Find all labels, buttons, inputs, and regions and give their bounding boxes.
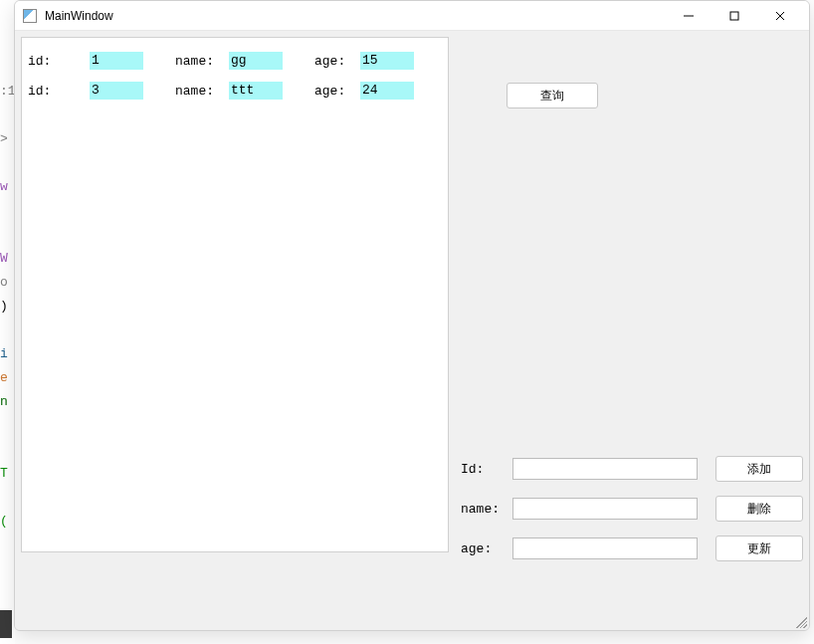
name-col-label: name: bbox=[175, 84, 229, 99]
gutter-line bbox=[0, 486, 15, 510]
gutter-line: ( bbox=[0, 510, 15, 534]
record-list-inner: id:1name:ggage:15id:3name:tttage:24 bbox=[22, 38, 449, 106]
gutter-line: W bbox=[0, 247, 15, 271]
maximize-icon bbox=[729, 11, 739, 21]
main-window: MainWindow id:1name:ggage:15id:3name:ttt… bbox=[14, 0, 810, 631]
gutter-line: w bbox=[0, 175, 15, 199]
record-row[interactable]: id:1name:ggage:15 bbox=[22, 46, 449, 76]
gutter-line bbox=[0, 438, 15, 462]
gutter-line: > bbox=[0, 127, 15, 151]
gutter-line: n bbox=[0, 390, 15, 414]
name-input[interactable] bbox=[512, 498, 698, 520]
id-label: Id: bbox=[461, 462, 512, 477]
app-icon bbox=[23, 9, 37, 23]
form-row-name: name: 删除 bbox=[461, 489, 807, 529]
update-button[interactable]: 更新 bbox=[715, 536, 803, 561]
age-label: age: bbox=[461, 541, 512, 556]
add-button[interactable]: 添加 bbox=[715, 456, 803, 482]
svg-rect-1 bbox=[730, 12, 738, 20]
minimize-icon bbox=[684, 11, 694, 21]
id-col-label: id: bbox=[28, 54, 90, 69]
close-button[interactable] bbox=[757, 1, 803, 31]
gutter-line: T bbox=[0, 462, 15, 486]
delete-button[interactable]: 删除 bbox=[715, 496, 803, 522]
edit-form: Id: 添加 name: 删除 age: 更新 bbox=[461, 449, 807, 568]
editor-peek: :1>w Wo)ienT( bbox=[0, 0, 15, 644]
gutter-line: e bbox=[0, 366, 15, 390]
gutter-line: :1 bbox=[0, 80, 15, 104]
gutter-line: ) bbox=[0, 295, 15, 319]
titlebar: MainWindow bbox=[15, 1, 809, 31]
editor-dark-strip bbox=[0, 610, 12, 638]
gutter-line bbox=[0, 151, 15, 175]
age-col-value: 24 bbox=[360, 82, 414, 100]
gutter-line: i bbox=[0, 342, 15, 366]
gutter-line bbox=[0, 223, 15, 247]
close-icon bbox=[775, 11, 785, 21]
maximize-button[interactable] bbox=[712, 1, 757, 31]
name-col-value: ttt bbox=[229, 82, 283, 100]
name-label: name: bbox=[461, 502, 512, 517]
window-title: MainWindow bbox=[45, 9, 113, 23]
id-col-value: 1 bbox=[90, 52, 143, 70]
id-input[interactable] bbox=[512, 458, 698, 480]
client-area: id:1name:ggage:15id:3name:tttage:24 查询 I… bbox=[15, 31, 809, 630]
gutter-line bbox=[0, 414, 15, 438]
form-row-id: Id: 添加 bbox=[461, 449, 807, 489]
resize-grip[interactable] bbox=[793, 614, 807, 628]
id-col-label: id: bbox=[28, 84, 90, 99]
minimize-button[interactable] bbox=[666, 1, 712, 31]
name-col-label: name: bbox=[175, 54, 229, 69]
age-col-label: age: bbox=[314, 54, 360, 69]
age-col-value: 15 bbox=[360, 52, 414, 70]
gutter-line bbox=[0, 199, 15, 223]
id-col-value: 3 bbox=[90, 82, 143, 100]
age-col-label: age: bbox=[314, 84, 360, 99]
name-col-value: gg bbox=[229, 52, 283, 70]
age-input[interactable] bbox=[512, 537, 698, 559]
record-list[interactable]: id:1name:ggage:15id:3name:tttage:24 bbox=[21, 37, 449, 552]
query-button[interactable]: 查询 bbox=[507, 83, 598, 108]
form-row-age: age: 更新 bbox=[461, 529, 807, 568]
gutter-line bbox=[0, 319, 15, 342]
record-row[interactable]: id:3name:tttage:24 bbox=[22, 76, 449, 106]
gutter-line bbox=[0, 104, 15, 127]
gutter-line: o bbox=[0, 271, 15, 295]
